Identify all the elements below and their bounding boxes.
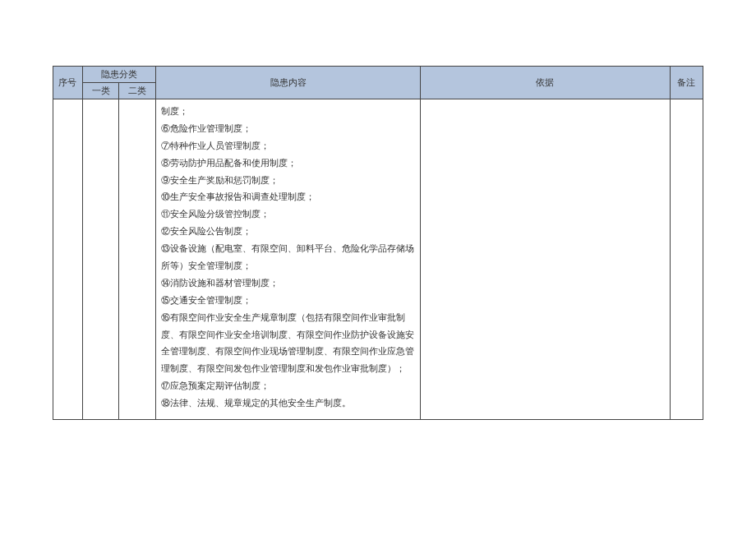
content-line: ⑥危险作业管理制度；	[161, 120, 415, 137]
content-line: ⑱法律、法规、规章规定的其他安全生产制度。	[161, 394, 415, 412]
header-category-group: 隐患分类	[82, 67, 155, 83]
cell-seq	[53, 99, 83, 420]
content-line: ⑭消防设施和器材管理制度；	[161, 274, 415, 292]
content-line: ⑪安全风险分级管控制度；	[161, 205, 415, 223]
content-line: 制度；	[161, 103, 415, 120]
cell-basis	[420, 99, 670, 420]
header-cat1: 一类	[82, 83, 119, 99]
cell-cat1	[82, 99, 119, 420]
header-content: 隐患内容	[156, 67, 421, 99]
content-line: ⑰应急预案定期评估制度；	[161, 377, 415, 394]
header-cat2: 二类	[119, 83, 156, 99]
content-line: ⑧劳动防护用品配备和使用制度；	[161, 155, 415, 172]
header-remark: 备注	[670, 67, 703, 99]
table-row: 制度；⑥危险作业管理制度；⑦特种作业人员管理制度；⑧劳动防护用品配备和使用制度；…	[53, 99, 703, 420]
cell-cat2	[119, 99, 156, 420]
content-line: ⑫安全风险公告制度；	[161, 223, 415, 240]
content-line: ⑬设备设施（配电室、有限空间、卸料平台、危险化学品存储场所等）安全管理制度；	[161, 240, 415, 274]
content-line: ⑦特种作业人员管理制度；	[161, 137, 415, 155]
content-line: ⑯有限空间作业安全生产规章制度（包括有限空间作业审批制度、有限空间作业安全培训制…	[161, 309, 415, 378]
header-seq: 序号	[53, 67, 83, 99]
table-body: 制度；⑥危险作业管理制度；⑦特种作业人员管理制度；⑧劳动防护用品配备和使用制度；…	[53, 99, 703, 420]
header-basis: 依据	[420, 67, 670, 99]
cell-content: 制度；⑥危险作业管理制度；⑦特种作业人员管理制度；⑧劳动防护用品配备和使用制度；…	[156, 99, 421, 420]
cell-remark	[670, 99, 703, 420]
content-line: ⑩生产安全事故报告和调查处理制度；	[161, 188, 415, 205]
hazard-table: 序号 隐患分类 隐患内容 依据 备注 一类 二类 制度；⑥危险作业管理制度；⑦特…	[53, 66, 703, 420]
content-line: ⑨安全生产奖励和惩罚制度；	[161, 172, 415, 189]
content-line: ⑮交通安全管理制度；	[161, 292, 415, 309]
table-header: 序号 隐患分类 隐患内容 依据 备注 一类 二类	[53, 67, 703, 99]
